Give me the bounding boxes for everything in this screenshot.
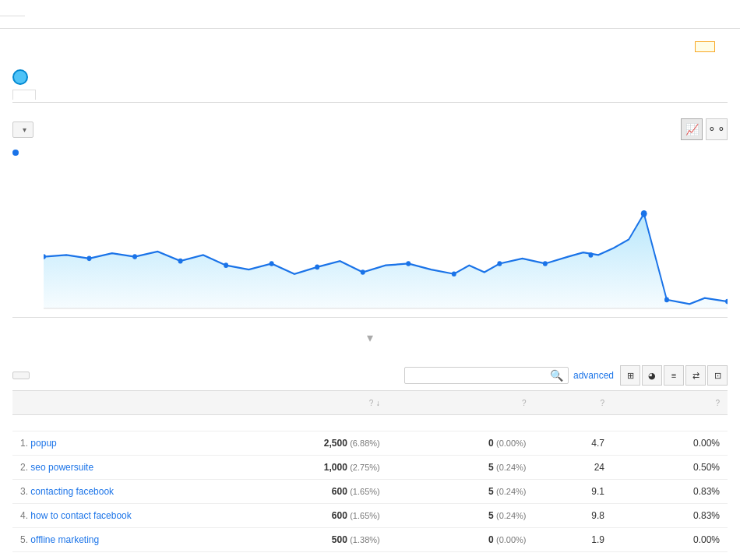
svg-point-13	[588, 252, 593, 258]
clicks-icon	[12, 69, 28, 85]
advanced-link[interactable]: advanced	[573, 370, 614, 381]
svg-point-14	[641, 210, 647, 217]
svg-point-11	[497, 261, 502, 266]
cell-query: 4. how to contact facebook	[12, 504, 192, 528]
primary-metric-dropdown[interactable]: ▾	[12, 122, 33, 138]
cell-ctr: 0.83%	[612, 504, 728, 528]
scatter-chart-icon[interactable]: ⚬⚬	[706, 118, 728, 140]
cell-avg-position: 9.8	[534, 504, 612, 528]
svg-point-9	[406, 261, 411, 266]
chart-legend	[12, 146, 728, 162]
svg-point-8	[361, 269, 365, 275]
secondary-dimension-row: 🔍 advanced ⊞ ◕ ≡ ⇄ ⊡	[12, 361, 728, 390]
table-row: 2. seo powersuite 1,000 (2.75%) 5 (0.24%…	[12, 456, 728, 480]
table-row: 1. popup 2,500 (6.88%) 0 (0.00%) 4.7 0.0…	[12, 431, 728, 456]
table-row: 5. offline marketing 500 (1.38%) 0 (0.00…	[12, 528, 728, 552]
view-icons: ⊞ ◕ ≡ ⇄ ⊡	[620, 365, 728, 386]
totals-impressions	[192, 415, 388, 431]
avg-position-help-icon[interactable]: ?	[600, 399, 604, 407]
totals-avg-position	[534, 415, 612, 431]
ctr-help-icon[interactable]: ?	[715, 399, 720, 407]
totals-clicks	[388, 415, 534, 431]
totals-empty	[12, 415, 192, 431]
date-range[interactable]	[715, 0, 740, 19]
cell-query: 3. contacting facebook	[12, 480, 192, 504]
totals-row	[12, 415, 728, 431]
svg-point-4	[178, 259, 183, 264]
totals-ctr	[612, 415, 728, 431]
search-input[interactable]	[410, 370, 550, 381]
cell-avg-position: 24	[534, 456, 612, 480]
query-link[interactable]: seo powersuite	[30, 462, 93, 473]
col-header-query	[12, 391, 192, 415]
cell-clicks: 5 (0.24%)	[388, 480, 534, 504]
svg-point-15	[664, 298, 669, 303]
svg-point-2	[87, 256, 92, 262]
col-header-ctr[interactable]: ?	[612, 391, 728, 415]
svg-point-10	[452, 271, 456, 276]
query-link[interactable]: offline marketing	[30, 534, 99, 545]
list-view-icon[interactable]: ≡	[664, 365, 684, 386]
cell-impressions: 600 (1.65%)	[192, 480, 388, 504]
table-row: 3. contacting facebook 600 (1.65%) 5 (0.…	[12, 480, 728, 504]
pivot-view-icon[interactable]: ⊡	[707, 365, 728, 386]
metric-row: ▾ 📈 ⚬⚬	[12, 112, 728, 146]
col-header-clicks[interactable]: ?	[388, 391, 534, 415]
cell-query: 2. seo powersuite	[12, 456, 192, 480]
tab-explorer[interactable]	[12, 90, 36, 100]
svg-point-7	[315, 265, 319, 270]
cell-impressions: 2,500 (6.88%)	[192, 431, 388, 456]
svg-point-12	[543, 261, 548, 266]
cell-ctr: 0.00%	[612, 528, 728, 552]
cell-ctr: 0.50%	[612, 456, 728, 480]
svg-marker-0	[44, 213, 728, 308]
secondary-dimension-button[interactable]	[12, 372, 30, 379]
cell-clicks: 5 (0.24%)	[388, 504, 534, 528]
query-link[interactable]: popup	[30, 438, 56, 449]
query-link[interactable]: how to contact facebook	[30, 510, 131, 521]
chart-scroll-icon[interactable]: ▾	[367, 331, 373, 344]
cell-impressions: 500 (1.38%)	[192, 528, 388, 552]
search-icon[interactable]: 🔍	[550, 369, 563, 382]
col-header-avg-position[interactable]: ?	[534, 391, 612, 415]
cell-ctr: 0.83%	[612, 480, 728, 504]
x-axis	[12, 324, 728, 327]
search-box: 🔍	[404, 367, 569, 384]
svg-point-6	[270, 261, 274, 266]
cell-impressions: 600 (1.65%)	[192, 504, 388, 528]
pie-view-icon[interactable]: ◕	[642, 365, 662, 386]
svg-point-5	[224, 262, 228, 268]
table-row: 4. how to contact facebook 600 (1.65%) 5…	[12, 504, 728, 528]
dropdown-arrow-icon: ▾	[23, 125, 26, 134]
cell-impressions: 1,000 (2.75%)	[192, 456, 388, 480]
cell-avg-position: 1.9	[534, 528, 612, 552]
compare-view-icon[interactable]: ⇄	[685, 365, 706, 386]
sort-arrow-icon: ↓	[376, 399, 380, 407]
impressions-help-icon[interactable]: ?	[369, 399, 374, 407]
cell-clicks: 5 (0.24%)	[388, 456, 534, 480]
svg-point-3	[132, 254, 137, 259]
chart-container	[12, 162, 728, 318]
clicks-help-icon[interactable]: ?	[522, 399, 527, 407]
query-link[interactable]: contacting facebook	[30, 486, 114, 497]
data-table: ? ↓ ? ? ?	[12, 390, 728, 552]
cell-ctr: 0.00%	[612, 431, 728, 456]
dimension-row	[12, 351, 728, 361]
cell-query: 5. offline marketing	[12, 528, 192, 552]
col-header-impressions[interactable]: ? ↓	[192, 391, 388, 415]
notification-bar	[695, 41, 715, 52]
cell-avg-position: 4.7	[534, 431, 612, 456]
cell-clicks: 0 (0.00%)	[388, 528, 534, 552]
cell-avg-position: 9.1	[534, 480, 612, 504]
chart-type-icons: 📈 ⚬⚬	[681, 118, 728, 140]
tab-bar	[12, 90, 728, 103]
line-chart-icon[interactable]: 📈	[681, 118, 703, 140]
grid-view-icon[interactable]: ⊞	[620, 365, 640, 386]
cell-clicks: 0 (0.00%)	[388, 431, 534, 456]
cell-query: 1. popup	[12, 431, 192, 456]
legend-dot-impressions	[12, 150, 19, 156]
toolbar	[0, 19, 740, 29]
